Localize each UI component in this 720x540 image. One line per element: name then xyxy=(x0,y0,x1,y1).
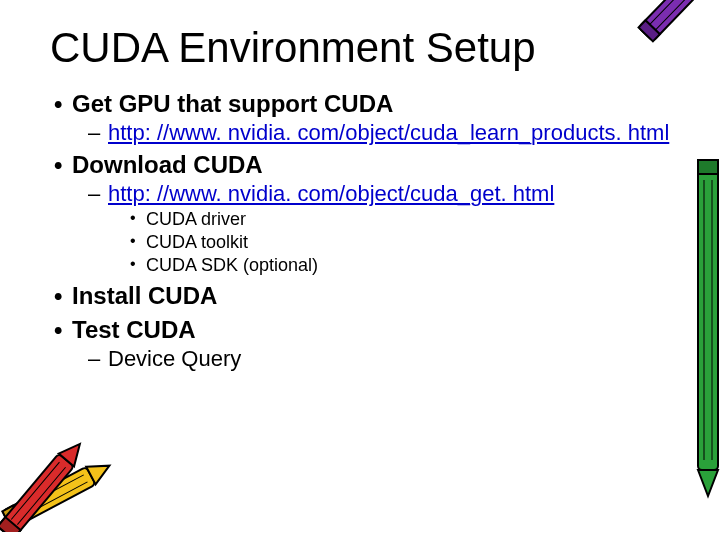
slide-title: CUDA Environment Setup xyxy=(50,24,670,72)
link-text[interactable]: http: //www. nvidia. com/object/cuda_lea… xyxy=(108,120,669,145)
subbullet-driver: CUDA driver xyxy=(50,209,670,230)
subbullet-device-query-text: Device Query xyxy=(108,346,241,371)
subbullet-toolkit: CUDA toolkit xyxy=(50,232,670,253)
svg-marker-4 xyxy=(698,470,718,496)
crayon-red-yellow-icon xyxy=(0,432,130,532)
link-cuda-get[interactable]: http: //www. nvidia. com/object/cuda_get… xyxy=(50,181,670,206)
link-cuda-learn-products[interactable]: http: //www. nvidia. com/object/cuda_lea… xyxy=(50,120,670,145)
bullet-test-cuda: Test CUDA xyxy=(50,316,670,344)
subbullet-device-query: Device Query xyxy=(50,346,670,371)
bullet-get-gpu: Get GPU that support CUDA xyxy=(50,90,670,118)
link-text[interactable]: http: //www. nvidia. com/object/cuda_get… xyxy=(108,181,554,206)
slide: CUDA Environment Setup Get GPU that supp… xyxy=(0,0,720,371)
bullet-download-cuda: Download CUDA xyxy=(50,151,670,179)
subbullet-sdk: CUDA SDK (optional) xyxy=(50,255,670,276)
bullet-list: Get GPU that support CUDA http: //www. n… xyxy=(50,90,670,371)
bullet-install-cuda: Install CUDA xyxy=(50,282,670,310)
